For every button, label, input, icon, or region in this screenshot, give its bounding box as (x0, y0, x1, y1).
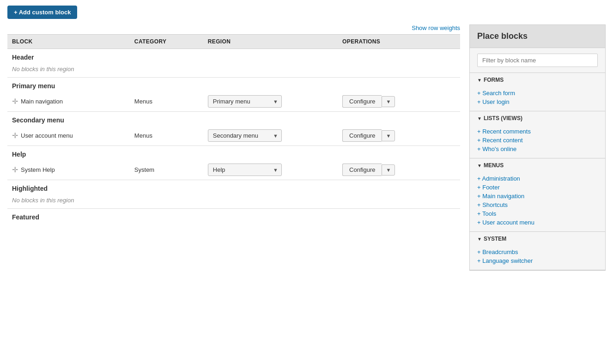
region-select[interactable]: Primary menuSecondary menuHelpFeaturedHi… (208, 164, 282, 176)
block-category-cell: Menus (130, 126, 203, 146)
block-name-cell: ✛ User account menu (7, 126, 130, 146)
drag-handle-icon[interactable]: ✛ (12, 131, 18, 140)
sidebar-section-header-menus[interactable]: ▼ MENUS (470, 158, 605, 172)
region-select-wrapper: Primary menuSecondary menuHelpFeaturedHi… (208, 129, 282, 142)
filter-input[interactable] (477, 54, 598, 67)
region-header: Header (7, 49, 460, 63)
sidebar-link[interactable]: + Language switcher (477, 256, 598, 265)
operations-cell: Configure ▼ (338, 126, 460, 146)
operations-cell: Configure ▼ (338, 91, 460, 112)
block-category-cell: Menus (130, 91, 203, 112)
sidebar-link[interactable]: + Breadcrumbs (477, 248, 598, 256)
region-header: Featured (7, 209, 460, 223)
region-select[interactable]: Primary menuSecondary menuHelpFeaturedHi… (208, 95, 282, 108)
sidebar-section-forms: ▼ FORMS+ Search form+ User login (470, 73, 605, 111)
region-header: Primary menu (7, 78, 460, 92)
sidebar-link[interactable]: + Who's online (477, 145, 598, 153)
configure-dropdown-button[interactable]: ▼ (382, 96, 395, 107)
block-category: System (134, 166, 154, 173)
triangle-icon: ▼ (477, 78, 482, 83)
block-name-cell: ✛ System Help (7, 160, 130, 180)
operations-group: Configure ▼ (342, 95, 455, 108)
sidebar-section-header-lists_views[interactable]: ▼ LISTS (VIEWS) (470, 111, 605, 125)
sidebar-link[interactable]: + Footer (477, 183, 598, 192)
triangle-icon: ▼ (477, 163, 482, 168)
triangle-icon: ▼ (477, 237, 482, 242)
table-row: ✛ User account menu Menus Primary menuSe… (7, 126, 460, 146)
sidebar-section-lists_views: ▼ LISTS (VIEWS)+ Recent comments+ Recent… (470, 111, 605, 158)
region-header: Help (7, 146, 460, 160)
region-name: Highlighted (7, 180, 460, 194)
sidebar-link[interactable]: + Recent comments (477, 127, 598, 136)
region-header: Secondary menu (7, 112, 460, 126)
place-blocks-sidebar: Place blocks ▼ FORMS+ Search form+ User … (469, 24, 606, 271)
show-row-weights-link[interactable]: Show row weights (412, 24, 460, 31)
block-name-cell: ✛ Main navigation (7, 91, 130, 112)
block-category: Menus (134, 98, 152, 105)
region-select[interactable]: Primary menuSecondary menuHelpFeaturedHi… (208, 129, 282, 142)
empty-region-text: No blocks in this region (7, 194, 460, 209)
block-region-cell: Primary menuSecondary menuHelpFeaturedHi… (203, 91, 338, 112)
col-header-block: BLOCK (7, 35, 130, 49)
configure-button[interactable]: Configure (342, 129, 382, 142)
sidebar-section-items-menus: + Administration+ Footer+ Main navigatio… (470, 172, 605, 231)
configure-button[interactable]: Configure (342, 95, 382, 108)
blocks-table-section: Show row weights BLOCK CATEGORY REGION O… (7, 24, 460, 271)
sidebar-section-items-system: + Breadcrumbs+ Language switcher (470, 246, 605, 270)
sidebar-link[interactable]: + User login (477, 97, 598, 106)
sidebar-link[interactable]: + User account menu (477, 218, 598, 227)
table-row: ✛ Main navigation Menus Primary menuSeco… (7, 91, 460, 112)
sidebar-section-header-system[interactable]: ▼ SYSTEM (470, 232, 605, 246)
block-region-cell: Primary menuSecondary menuHelpFeaturedHi… (203, 126, 338, 146)
block-name: Main navigation (21, 98, 63, 105)
drag-handle-icon[interactable]: ✛ (12, 97, 18, 106)
sidebar-sections: ▼ FORMS+ Search form+ User login▼ LISTS … (470, 73, 605, 270)
region-name: Help (7, 146, 460, 160)
main-content: Show row weights BLOCK CATEGORY REGION O… (7, 24, 606, 271)
empty-region-row: No blocks in this region (7, 194, 460, 209)
operations-group: Configure ▼ (342, 164, 455, 176)
page-wrapper: + Add custom block Show row weights BLOC… (0, 0, 613, 276)
region-name: Secondary menu (7, 112, 460, 126)
operations-cell: Configure ▼ (338, 160, 460, 180)
sidebar-link[interactable]: + Administration (477, 174, 598, 183)
add-custom-block-button[interactable]: + Add custom block (7, 6, 77, 19)
region-select-wrapper: Primary menuSecondary menuHelpFeaturedHi… (208, 164, 282, 176)
region-header: Highlighted (7, 180, 460, 194)
sidebar-section-items-lists_views: + Recent comments+ Recent content+ Who's… (470, 125, 605, 158)
filter-input-wrapper (470, 48, 605, 73)
sidebar-link[interactable]: + Search form (477, 89, 598, 97)
region-name: Primary menu (7, 78, 460, 92)
configure-button[interactable]: Configure (342, 164, 382, 176)
blocks-table: BLOCK CATEGORY REGION OPERATIONS HeaderN… (7, 34, 460, 223)
section-label: SYSTEM (484, 236, 506, 242)
configure-dropdown-button[interactable]: ▼ (382, 130, 395, 141)
triangle-icon: ▼ (477, 116, 482, 121)
operations-group: Configure ▼ (342, 129, 455, 142)
section-label: MENUS (484, 162, 504, 169)
section-label: FORMS (484, 77, 504, 83)
sidebar-link[interactable]: + Shortcuts (477, 200, 598, 209)
sidebar-title: Place blocks (470, 25, 605, 48)
configure-dropdown-button[interactable]: ▼ (382, 164, 395, 176)
section-label: LISTS (VIEWS) (484, 115, 522, 121)
col-header-operations: OPERATIONS (338, 35, 460, 49)
block-category-cell: System (130, 160, 203, 180)
col-header-category: CATEGORY (130, 35, 203, 49)
drag-handle-icon[interactable]: ✛ (12, 165, 18, 174)
block-region-cell: Primary menuSecondary menuHelpFeaturedHi… (203, 160, 338, 180)
sidebar-section-items-forms: + Search form+ User login (470, 87, 605, 111)
sidebar-section-system: ▼ SYSTEM+ Breadcrumbs+ Language switcher (470, 232, 605, 270)
top-bar: + Add custom block (7, 6, 606, 19)
sidebar-link[interactable]: + Tools (477, 209, 598, 218)
region-name: Header (7, 49, 460, 63)
table-header-row: BLOCK CATEGORY REGION OPERATIONS (7, 35, 460, 49)
sidebar-link[interactable]: + Recent content (477, 136, 598, 145)
col-header-region: REGION (203, 35, 338, 49)
sidebar-section-header-forms[interactable]: ▼ FORMS (470, 73, 605, 87)
empty-region-row: No blocks in this region (7, 63, 460, 78)
region-name: Featured (7, 209, 460, 223)
sidebar-link[interactable]: + Main navigation (477, 192, 598, 200)
table-row: ✛ System Help System Primary menuSeconda… (7, 160, 460, 180)
block-name: User account menu (21, 132, 73, 139)
